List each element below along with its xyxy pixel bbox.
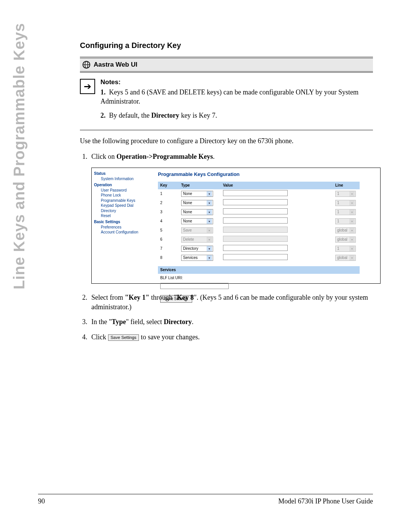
sidebar-item-phone-lock[interactable]: Phone Lock <box>94 193 150 198</box>
chevron-down-icon: ▾ <box>349 219 355 224</box>
table-row: 1None▾1▾ <box>158 189 360 198</box>
note-1: 1. Keys 5 and 6 (SAVE and DELETE keys) c… <box>100 88 373 106</box>
step-3: In the "Type" field, select Directory. <box>89 317 373 327</box>
line-select: 1▾ <box>335 191 356 197</box>
webui-label: Aastra Web UI <box>94 61 137 69</box>
chevron-down-icon: ▾ <box>349 228 355 233</box>
line-select: 1▾ <box>335 246 356 252</box>
sidebar-heading-basic-settings: Basic Settings <box>94 219 150 225</box>
chevron-down-icon: ▾ <box>349 191 355 197</box>
step-1: Click on Operation->Programmable Keys. S… <box>89 152 373 284</box>
type-select[interactable]: None▾ <box>181 218 213 224</box>
table-row: 3None▾1▾ <box>158 208 360 217</box>
chevron-down-icon: ▾ <box>207 246 212 251</box>
programmable-keys-screenshot: Status System Information Operation User… <box>91 168 381 284</box>
table-row: 8Services▾global▾ <box>158 253 360 262</box>
keys-table: Key Type Value Line 1None▾1▾2None▾1▾3Non… <box>158 182 360 262</box>
value-input[interactable] <box>223 245 288 251</box>
th-key: Key <box>158 182 179 189</box>
chevron-down-icon: ▾ <box>349 200 355 206</box>
type-select: Save▾ <box>181 227 213 233</box>
sidebar-item-reset[interactable]: Reset <box>94 213 150 219</box>
chevron-down-icon: ▾ <box>207 228 212 233</box>
th-type: Type <box>179 182 221 189</box>
value-input[interactable] <box>223 254 288 260</box>
sidebar-item-account-configuration[interactable]: Account Configuration <box>94 230 150 235</box>
key-number-cell: 5 <box>158 226 179 235</box>
chevron-down-icon: ▾ <box>207 191 212 197</box>
type-select[interactable]: None▾ <box>181 209 213 215</box>
guide-title: Model 6730i IP Phone User Guide <box>278 497 373 505</box>
th-value: Value <box>221 182 333 189</box>
type-select[interactable]: None▾ <box>181 191 213 197</box>
screenshot-sidebar: Status System Information Operation User… <box>92 168 153 283</box>
table-row: 7Directory▾1▾ <box>158 244 360 253</box>
chevron-down-icon: ▾ <box>207 200 212 206</box>
page-footer: 90 Model 6730i IP Phone User Guide <box>38 494 373 505</box>
chevron-down-icon: ▾ <box>349 237 355 242</box>
sidebar-item-programmable-keys[interactable]: Programmable Keys <box>94 198 150 203</box>
chevron-down-icon: ▾ <box>349 246 355 251</box>
services-header: Services <box>158 266 346 274</box>
screenshot-title: Programmable Keys Configuration <box>158 171 375 178</box>
notes-heading: Notes: <box>100 78 373 87</box>
table-row: 4None▾1▾ <box>158 217 360 226</box>
table-row: 6Delete▾global▾ <box>158 235 360 244</box>
value-input[interactable] <box>223 199 288 205</box>
inline-save-settings-button[interactable]: Save Settings <box>108 334 139 341</box>
key-number-cell: 3 <box>158 208 179 217</box>
side-section-title: Line Keys and Programmable Keys <box>11 23 28 289</box>
chevron-down-icon: ▾ <box>207 209 212 215</box>
blf-list-uri-label: BLF List URI: <box>158 274 375 281</box>
value-input <box>223 227 288 233</box>
chevron-down-icon: ▾ <box>349 209 355 215</box>
type-select[interactable]: Directory▾ <box>181 246 213 252</box>
table-row: 5Save▾global▾ <box>158 226 360 235</box>
key-number-cell: 6 <box>158 235 179 244</box>
sidebar-item-keypad-speed-dial[interactable]: Keypad Speed Dial <box>94 203 150 208</box>
sidebar-heading-status: Status <box>94 171 150 176</box>
key-number-cell: 7 <box>158 244 179 253</box>
key-number-cell: 1 <box>158 189 179 198</box>
note-2: 2. By default, the Directory key is Key … <box>100 111 373 120</box>
th-line: Line <box>333 182 360 189</box>
sidebar-heading-operation: Operation <box>94 182 150 188</box>
sidebar-item-preferences[interactable]: Preferences <box>94 225 150 230</box>
sidebar-item-user-password[interactable]: User Password <box>94 188 150 193</box>
blf-list-uri-input[interactable] <box>160 283 229 289</box>
type-select: Delete▾ <box>181 236 213 243</box>
intro-text: Use the following procedure to configure… <box>80 137 373 145</box>
step-4: Click Save Settings to save your changes… <box>89 332 373 342</box>
chevron-down-icon: ▾ <box>207 255 212 260</box>
arrow-right-icon: ➔ <box>80 79 95 94</box>
sidebar-item-system-information[interactable]: System Information <box>94 176 150 182</box>
line-select: 1▾ <box>335 200 356 206</box>
line-select: global▾ <box>335 236 356 243</box>
globe-icon <box>82 61 91 69</box>
line-select: global▾ <box>335 255 356 261</box>
sidebar-item-directory[interactable]: Directory <box>94 208 150 214</box>
value-input <box>223 236 288 242</box>
type-select[interactable]: None▾ <box>181 200 213 206</box>
chevron-down-icon: ▾ <box>349 255 355 260</box>
value-input[interactable] <box>223 208 288 214</box>
table-row: 2None▾1▾ <box>158 198 360 208</box>
key-number-cell: 2 <box>158 198 179 208</box>
value-input[interactable] <box>223 190 288 196</box>
value-input[interactable] <box>223 217 288 224</box>
chevron-down-icon: ▾ <box>207 237 212 242</box>
webui-header-bar: Aastra Web UI <box>80 57 373 73</box>
type-select[interactable]: Services▾ <box>181 255 213 261</box>
key-number-cell: 8 <box>158 253 179 262</box>
page-number: 90 <box>38 497 45 505</box>
line-select: 1▾ <box>335 209 356 215</box>
line-select: global▾ <box>335 227 356 233</box>
page-title: Configuring a Directory Key <box>80 41 373 50</box>
chevron-down-icon: ▾ <box>207 219 212 224</box>
line-select: 1▾ <box>335 218 356 224</box>
notes-block: ➔ Notes: 1. Keys 5 and 6 (SAVE and DELET… <box>80 78 373 130</box>
key-number-cell: 4 <box>158 217 179 226</box>
